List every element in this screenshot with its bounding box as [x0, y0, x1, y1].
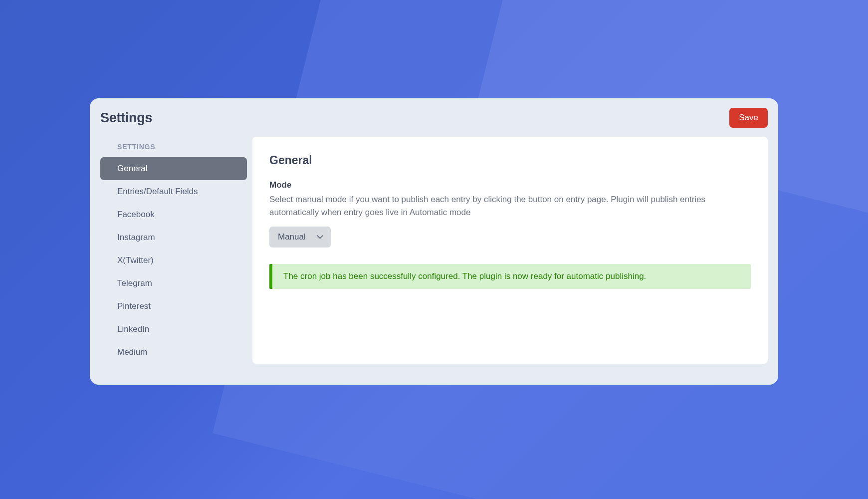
sidebar-item-medium[interactable]: Medium: [100, 341, 247, 364]
sidebar-heading: SETTINGS: [100, 137, 247, 157]
mode-description: Select manual mode if you want to publis…: [269, 193, 751, 220]
alert-message: The cron job has been successfully confi…: [283, 271, 646, 281]
sidebar-item-facebook[interactable]: Facebook: [100, 203, 247, 226]
mode-label: Mode: [269, 180, 751, 190]
settings-card: Settings Save SETTINGS General Entries/D…: [90, 98, 778, 385]
content-area: SETTINGS General Entries/Default Fields …: [100, 137, 768, 364]
sidebar-item-x-twitter[interactable]: X(Twitter): [100, 249, 247, 272]
card-header: Settings Save: [100, 108, 768, 137]
sidebar-item-entries-default-fields[interactable]: Entries/Default Fields: [100, 180, 247, 203]
sidebar-item-label: Medium: [117, 347, 147, 357]
sidebar: SETTINGS General Entries/Default Fields …: [100, 137, 247, 364]
sidebar-item-label: Telegram: [117, 278, 152, 288]
save-button[interactable]: Save: [729, 108, 768, 128]
sidebar-item-label: Facebook: [117, 210, 155, 219]
sidebar-item-general[interactable]: General: [100, 157, 247, 180]
section-title: General: [269, 154, 751, 167]
success-alert: The cron job has been successfully confi…: [269, 264, 751, 289]
sidebar-item-telegram[interactable]: Telegram: [100, 272, 247, 295]
sidebar-item-instagram[interactable]: Instagram: [100, 226, 247, 249]
mode-select[interactable]: Manual: [269, 227, 331, 248]
sidebar-item-pinterest[interactable]: Pinterest: [100, 295, 247, 318]
sidebar-item-label: General: [117, 164, 147, 173]
sidebar-item-label: Pinterest: [117, 301, 151, 311]
sidebar-item-linkedin[interactable]: LinkedIn: [100, 318, 247, 341]
sidebar-item-label: X(Twitter): [117, 255, 154, 265]
main-panel: General Mode Select manual mode if you w…: [252, 137, 768, 364]
sidebar-item-label: Instagram: [117, 233, 155, 242]
page-title: Settings: [100, 110, 152, 126]
mode-select-value: Manual: [278, 232, 306, 242]
chevron-down-icon: [317, 234, 324, 241]
sidebar-item-label: LinkedIn: [117, 324, 149, 334]
sidebar-item-label: Entries/Default Fields: [117, 187, 198, 196]
